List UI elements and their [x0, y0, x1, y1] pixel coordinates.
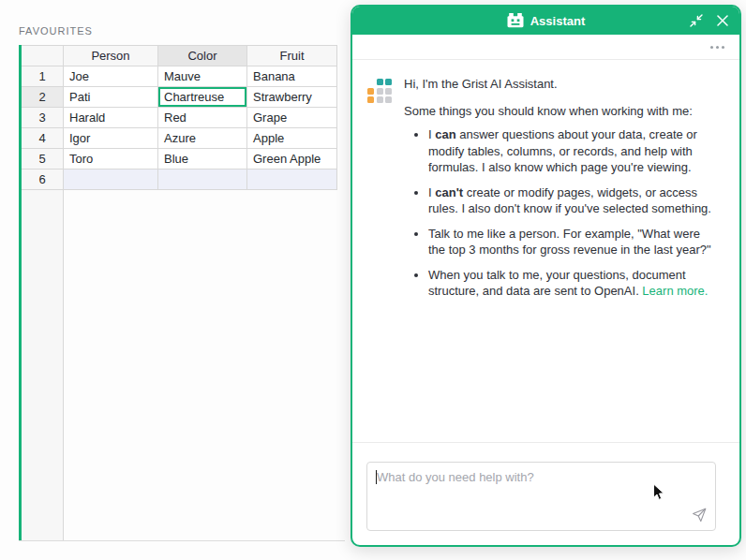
cell-fruit[interactable]: Green Apple — [247, 149, 337, 169]
new-row: 6 — [22, 169, 337, 190]
cell-color[interactable] — [158, 169, 247, 190]
row-number[interactable]: 6 — [22, 169, 64, 190]
cell-person[interactable]: Pati — [64, 87, 158, 108]
cell-fruit[interactable]: Banana — [247, 66, 337, 87]
table-row: 5 Toro Blue Green Apple — [22, 149, 337, 169]
text-caret — [376, 470, 377, 484]
note-openai: When you talk to me, your questions, doc… — [428, 267, 715, 300]
grist-logo-icon — [367, 79, 392, 103]
notes-list: I can answer questions about your data, … — [404, 126, 715, 300]
column-header-person[interactable]: Person — [64, 45, 158, 66]
overflow-menu-icon[interactable] — [710, 46, 724, 49]
collapse-icon[interactable] — [690, 14, 703, 27]
send-icon[interactable] — [692, 508, 707, 523]
cell-color[interactable]: Mauve — [158, 66, 247, 87]
assistant-toolbar — [352, 35, 739, 60]
row-number[interactable]: 2 — [22, 87, 64, 108]
table-row: 2 Pati Chartreuse Strawberry — [22, 87, 337, 108]
row-number[interactable]: 5 — [22, 149, 64, 169]
table-row: 4 Igor Azure Apple — [22, 128, 337, 149]
message-input-box — [366, 462, 716, 531]
cell-person[interactable]: Igor — [64, 128, 158, 149]
table-row: 1 Joe Mauve Banana — [22, 66, 337, 87]
close-icon[interactable] — [717, 15, 728, 26]
cell-fruit[interactable] — [247, 169, 337, 190]
note-can: I can answer questions about your data, … — [428, 126, 715, 176]
selected-cell[interactable]: Chartreuse — [158, 87, 247, 108]
assistant-message: Hi, I'm the Grist AI Assistant. Some thi… — [404, 76, 715, 308]
table-header-row: Person Color Fruit — [22, 45, 337, 66]
cell-fruit[interactable]: Grape — [247, 108, 337, 128]
table-row: 3 Harald Red Grape — [22, 108, 337, 128]
assistant-header: Assistant — [352, 7, 739, 35]
greeting-text: Hi, I'm the Grist AI Assistant. — [404, 76, 715, 93]
cell-person[interactable]: Harald — [64, 108, 158, 128]
message-input[interactable] — [367, 463, 715, 530]
row-number[interactable]: 3 — [22, 108, 64, 128]
learn-more-link[interactable]: Learn more. — [642, 284, 708, 298]
assistant-panel: Assistant Hi, I'm the Grist AI A — [351, 5, 741, 547]
favourites-table: Person Color Fruit 1 Joe Mauve Banana 2 … — [22, 45, 337, 190]
column-header-color[interactable]: Color — [158, 45, 247, 66]
cell-color[interactable]: Red — [158, 108, 247, 128]
corner-cell[interactable] — [22, 45, 64, 66]
assistant-conversation: Hi, I'm the Grist AI Assistant. Some thi… — [352, 60, 739, 442]
window-controls — [690, 7, 728, 35]
cell-person[interactable]: Joe — [64, 66, 158, 87]
cell-fruit[interactable]: Apple — [247, 128, 337, 149]
widget-title-favourites: FAVOURITES — [19, 25, 93, 37]
note-talk: Talk to me like a person. For example, "… — [428, 226, 715, 258]
note-cant: I can't create or modify pages, widgets,… — [428, 184, 715, 217]
grid-bottom-border — [19, 540, 345, 541]
row-number[interactable]: 1 — [22, 66, 64, 87]
cell-person[interactable] — [64, 169, 158, 190]
intro-text: Some things you should know when working… — [404, 103, 715, 120]
cell-person[interactable]: Toro — [64, 149, 158, 169]
cell-color[interactable]: Azure — [158, 128, 247, 149]
assistant-title: Assistant — [530, 14, 586, 28]
row-number[interactable]: 4 — [22, 128, 64, 149]
column-header-fruit[interactable]: Fruit — [247, 45, 337, 66]
robot-icon — [507, 13, 524, 28]
cell-fruit[interactable]: Strawberry — [247, 87, 337, 108]
assistant-input-area — [352, 442, 739, 545]
cell-color[interactable]: Blue — [158, 149, 247, 169]
